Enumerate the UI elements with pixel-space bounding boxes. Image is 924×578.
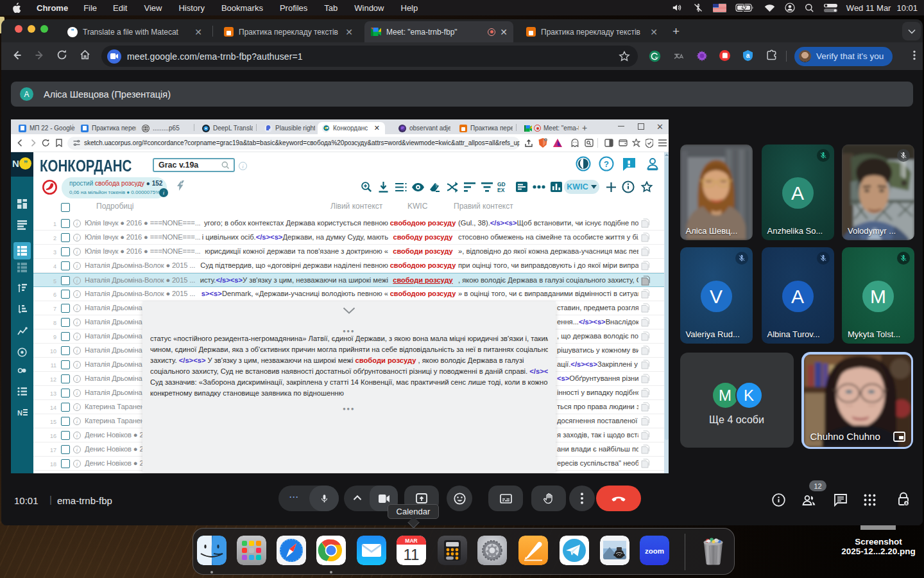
svg-text:?: ? xyxy=(435,184,438,188)
svg-text:11: 11 xyxy=(404,546,420,563)
svg-text:N: N xyxy=(17,409,22,417)
svg-text:?: ? xyxy=(604,159,609,169)
svg-text:EX: EX xyxy=(497,187,505,193)
svg-text:MAR: MAR xyxy=(405,538,417,544)
svg-text:a: a xyxy=(746,52,750,59)
svg-text:9: 9 xyxy=(545,139,547,141)
svg-text:zoom: zoom xyxy=(645,547,664,555)
